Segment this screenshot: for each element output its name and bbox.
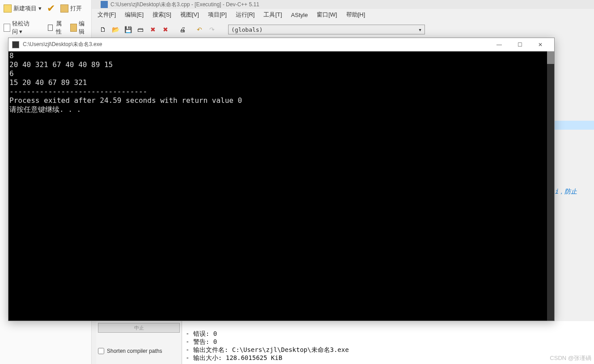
open-file-icon[interactable]: 📂: [110, 24, 121, 35]
close-all-icon[interactable]: ✖: [160, 24, 171, 35]
console-window: C:\Users\zjl\Desktop\未命名3.exe ― ☐ ✕ 8 20…: [8, 38, 555, 321]
edit-button[interactable]: 编辑: [68, 19, 89, 37]
console-title-bar[interactable]: C:\Users\zjl\Desktop\未命名3.exe ― ☐ ✕: [8, 38, 554, 51]
log-line-2: - 警告: 0: [186, 338, 217, 345]
save-icon[interactable]: 💾: [123, 24, 133, 35]
shorten-paths-checkbox[interactable]: [98, 348, 104, 354]
menu-view[interactable]: 视图[V]: [180, 11, 199, 19]
scroll-thumb[interactable]: [547, 51, 554, 64]
checkmark-button[interactable]: ✔: [45, 2, 57, 15]
toolbar: 🗋 📂 💾 🗃 ✖ ✖ 🖨 ↶ ↷ (globals) ▾: [98, 22, 425, 37]
easy-access-label: 轻松访问 ▾: [12, 20, 34, 36]
properties-icon: [48, 25, 53, 31]
menu-edit[interactable]: 编辑[E]: [125, 11, 144, 19]
console-output[interactable]: 8 20 40 321 67 40 40 89 15 6 15 20 40 67…: [8, 51, 554, 321]
checkmark-icon: ✔: [47, 3, 55, 14]
close-button[interactable]: ✕: [530, 38, 551, 51]
console-line-3: 15 20 40 67 89 321: [9, 78, 87, 87]
properties-button[interactable]: 属性: [46, 19, 67, 37]
console-line-2: 6: [9, 69, 14, 78]
shorten-paths-label: Shorten compiler paths: [107, 348, 162, 354]
new-file-icon[interactable]: 🗋: [98, 24, 108, 35]
undo-icon[interactable]: ↶: [194, 24, 205, 35]
compile-log[interactable]: - 错误: 0 - 警告: 0 - 输出文件名: C:\Users\zjl\De…: [182, 321, 594, 364]
new-project-button[interactable]: 新建项目 ▾: [2, 2, 43, 15]
globals-dropdown[interactable]: (globals) ▾: [228, 25, 425, 34]
open-label: 打开: [70, 4, 82, 13]
new-project-label: 新建项目 ▾: [13, 4, 42, 13]
menu-project[interactable]: 项目[P]: [208, 11, 227, 19]
compile-controls: 中止 Shorten compiler paths: [96, 321, 182, 364]
console-line-4: --------------------------------: [9, 87, 147, 96]
shorten-paths-row: Shorten compiler paths: [98, 348, 180, 354]
minimize-button[interactable]: ―: [489, 38, 509, 51]
devcpp-app-icon: [101, 1, 108, 8]
edit-label: 编辑: [79, 20, 88, 36]
close-icon[interactable]: ✖: [148, 24, 158, 35]
chevron-down-icon: ▾: [418, 26, 422, 33]
open-icon: [60, 4, 68, 13]
log-line-3: - 输出文件名: C:\Users\zjl\Desktop\未命名3.exe: [186, 346, 349, 353]
list-icon: [4, 24, 10, 32]
console-scrollbar[interactable]: [547, 51, 554, 321]
menu-astyle[interactable]: AStyle: [291, 12, 308, 18]
folder-plus-icon: [4, 4, 12, 13]
print-icon[interactable]: 🖨: [177, 24, 188, 35]
window-controls: ― ☐ ✕: [489, 38, 551, 51]
edit-icon: [70, 24, 77, 32]
console-line-1: 20 40 321 67 40 40 89 15: [9, 60, 113, 69]
watermark: CSDN @张谨碢: [550, 354, 591, 362]
menu-run[interactable]: 运行[R]: [236, 11, 255, 19]
save-all-icon[interactable]: 🗃: [135, 24, 146, 35]
easy-access-button[interactable]: 轻松访问 ▾: [2, 19, 36, 37]
console-line-6: 请按任意键继续. . .: [9, 105, 81, 114]
globals-value: (globals): [231, 26, 263, 33]
stop-label: 中止: [134, 325, 144, 330]
menu-help[interactable]: 帮助[H]: [346, 11, 365, 19]
menu-tools[interactable]: 工具[T]: [263, 11, 282, 19]
highlighted-line: [555, 121, 594, 130]
menu-window[interactable]: 窗口[W]: [317, 11, 337, 19]
code-comment: i，防止: [555, 188, 577, 195]
menu-search[interactable]: 搜索[S]: [153, 11, 171, 19]
menu-file[interactable]: 文件[F]: [98, 11, 116, 19]
open-button[interactable]: 打开: [59, 2, 84, 15]
menu-bar: 文件[F] 编辑[E] 搜索[S] 视图[V] 项目[P] 运行[R] 工具[T…: [98, 9, 365, 21]
console-icon: [12, 41, 19, 48]
log-line-4: - 输出大小: 128.6015625 KiB: [186, 354, 282, 361]
console-title: C:\Users\zjl\Desktop\未命名3.exe: [23, 41, 102, 48]
log-line-1: - 错误: 0: [186, 330, 217, 337]
redo-icon[interactable]: ↷: [207, 24, 217, 35]
properties-label: 属性: [56, 20, 65, 36]
console-line-0: 8: [9, 51, 14, 60]
compile-log-area: 中止 Shorten compiler paths - 错误: 0 - 警告: …: [96, 321, 594, 364]
maximize-button[interactable]: ☐: [509, 38, 530, 51]
console-line-5: Process exited after 24.59 seconds with …: [9, 96, 242, 105]
code-editor[interactable]: i，防止: [555, 121, 594, 196]
stop-button[interactable]: 中止: [98, 323, 180, 333]
devcpp-title: C:\Users\zjl\Desktop\未命名3.cpp - [Executi…: [110, 1, 259, 8]
